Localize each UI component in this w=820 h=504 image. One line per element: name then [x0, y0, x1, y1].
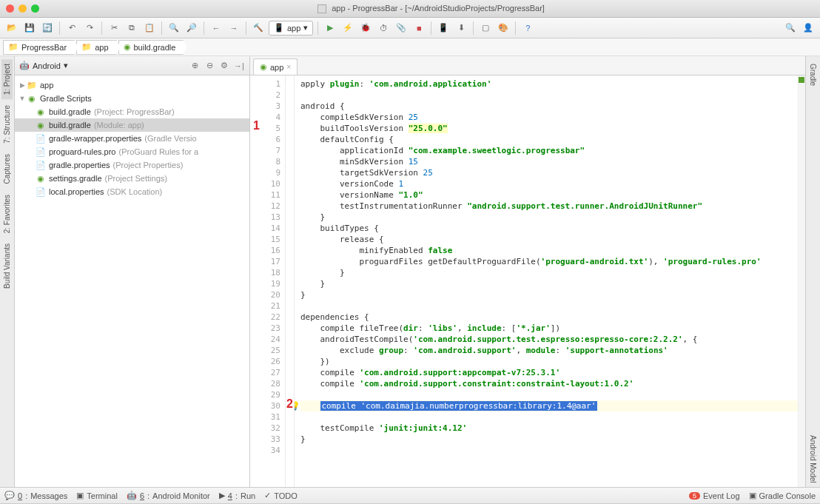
theme-icon[interactable]: 🎨 — [496, 21, 511, 36]
hide-icon[interactable]: →| — [233, 60, 245, 72]
error-stripe[interactable] — [798, 75, 805, 487]
breadcrumb-item[interactable]: 📁app — [76, 40, 116, 55]
project-tool-window: 🤖 Android ▾ ⊕ ⊖ ⚙ →| ▶📁app▼◉Gradle Scrip… — [15, 56, 250, 487]
module-icon: 📱 — [274, 23, 284, 33]
build-variants-tool-tab[interactable]: Build Variants — [1, 239, 13, 293]
analysis-ok-marker — [799, 77, 804, 83]
search-everywhere-icon[interactable]: 🔍 — [783, 21, 798, 36]
stop-icon[interactable]: ■ — [411, 21, 426, 36]
redo-icon[interactable]: ↷ — [82, 21, 97, 36]
user-icon[interactable]: 👤 — [801, 21, 816, 36]
annotation-marker-2: 2 — [286, 397, 293, 411]
favorites-tool-tab[interactable]: 2: Favorites — [1, 190, 13, 238]
layout-icon[interactable]: ▢ — [478, 21, 493, 36]
project-tool-tab[interactable]: 1: Project — [1, 59, 13, 99]
profile-icon[interactable]: ⏱ — [376, 21, 391, 36]
tree-row[interactable]: 📄proguard-rules.pro(ProGuard Rules for a — [15, 145, 249, 158]
collapse-icon[interactable]: ⊕ — [189, 60, 201, 72]
window-titlebar: app - ProgressBar - [~/AndroidStudioProj… — [0, 0, 820, 18]
bottom-tool-stripe: 💬 0: Messages ▣ Terminal 🤖 6: Android Mo… — [0, 487, 820, 503]
main-area: 1: Project 7: Structure Captures 2: Favo… — [0, 56, 820, 487]
android-model-tool-tab[interactable]: Android Model — [807, 431, 819, 487]
copy-icon[interactable]: ⧉ — [124, 21, 139, 36]
terminal-tool-tab[interactable]: ▣ Terminal — [76, 491, 118, 500]
avd-icon[interactable]: 📱 — [436, 21, 451, 36]
left-tool-stripe: 1: Project 7: Structure Captures 2: Favo… — [0, 56, 15, 487]
breadcrumb-item[interactable]: 📁ProgressBar — [3, 40, 75, 55]
event-log-tool-tab[interactable]: 5 Event Log — [689, 491, 740, 500]
close-tab-icon[interactable]: × — [286, 63, 291, 71]
save-icon[interactable]: 💾 — [22, 21, 37, 36]
breadcrumb-item[interactable]: ◉build.gradle — [118, 40, 184, 55]
tree-row[interactable]: 📄gradle-wrapper.properties(Gradle Versio — [15, 132, 249, 145]
tree-row[interactable]: ▶📁app — [15, 78, 249, 92]
todo-tool-tab[interactable]: ✓ TODO — [264, 491, 298, 500]
file-icon — [317, 4, 326, 13]
tree-row[interactable]: ◉settings.gradle(Project Settings) — [15, 172, 249, 185]
android-icon: 🤖 — [19, 61, 30, 70]
gradle-console-tool-tab[interactable]: ▣ Gradle Console — [749, 491, 816, 500]
cut-icon[interactable]: ✂ — [107, 21, 121, 36]
open-icon[interactable]: 📂 — [4, 21, 19, 36]
main-toolbar: 📂 💾 🔄 ↶ ↷ ✂ ⧉ 📋 🔍 🔎 ← → 🔨 📱 app ▾ ▶ ⚡ 🐞 … — [0, 18, 820, 38]
right-tool-stripe: Gradle Android Model — [805, 56, 820, 487]
navigation-breadcrumb: 📁ProgressBar 📁app ◉build.gradle — [0, 38, 820, 56]
tree-row[interactable]: 📄local.properties(SDK Location) — [15, 185, 249, 198]
line-number-gutter: 1234567891011121314151617181920212223242… — [250, 75, 286, 487]
attach-icon[interactable]: 📎 — [394, 21, 409, 36]
project-view-header: 🤖 Android ▾ ⊕ ⊖ ⚙ →| — [15, 56, 249, 75]
gradle-tool-tab[interactable]: Gradle — [807, 59, 819, 90]
sdk-icon[interactable]: ⬇ — [454, 21, 468, 36]
android-monitor-tool-tab[interactable]: 🤖 6: Android Monitor — [127, 491, 210, 500]
debug-icon[interactable]: 🐞 — [358, 21, 373, 36]
run-tool-tab[interactable]: ▶ 4: Run — [219, 491, 255, 500]
forward-icon[interactable]: → — [226, 21, 241, 36]
tree-row[interactable]: ◉build.gradle(Module: app) — [15, 118, 249, 132]
fold-gutter[interactable] — [286, 75, 295, 487]
build-icon[interactable]: 🔨 — [251, 21, 266, 36]
project-tree[interactable]: ▶📁app▼◉Gradle Scripts◉build.gradle(Proje… — [15, 75, 249, 487]
back-icon[interactable]: ← — [209, 21, 224, 36]
editor-tab[interactable]: ◉ app × — [253, 58, 298, 75]
run-config-combo[interactable]: 📱 app ▾ — [269, 21, 313, 36]
captures-tool-tab[interactable]: Captures — [1, 149, 13, 189]
help-icon[interactable]: ? — [520, 21, 535, 36]
window-controls — [6, 4, 39, 13]
sync-icon[interactable]: 🔄 — [40, 21, 55, 36]
find-icon[interactable]: 🔍 — [167, 21, 181, 36]
code-content[interactable]: apply plugin: 'com.android.application'a… — [295, 75, 798, 487]
editor-tabs: ◉ app × — [250, 56, 805, 75]
replace-icon[interactable]: 🔎 — [184, 21, 199, 36]
close-button[interactable] — [6, 4, 14, 13]
chevron-down-icon: ▾ — [303, 23, 308, 33]
window-title: app - ProgressBar - [~/AndroidStudioProj… — [48, 4, 814, 13]
run-icon[interactable]: ▶ — [323, 21, 337, 36]
editor-area: ◉ app × 12345678910111213141516171819202… — [250, 56, 805, 487]
project-view-selector[interactable]: 🤖 Android ▾ — [19, 61, 184, 70]
tree-row[interactable]: 📄gradle.properties(Project Properties) — [15, 158, 249, 172]
messages-tool-tab[interactable]: 💬 0: Messages — [4, 491, 67, 500]
annotation-marker-1: 1 — [253, 119, 260, 132]
tree-row[interactable]: ◉build.gradle(Project: ProgressBar) — [15, 105, 249, 118]
undo-icon[interactable]: ↶ — [64, 21, 79, 36]
paste-icon[interactable]: 📋 — [142, 21, 157, 36]
minimize-button[interactable] — [19, 4, 27, 13]
structure-tool-tab[interactable]: 7: Structure — [1, 101, 13, 148]
gradle-icon: ◉ — [260, 62, 267, 72]
tree-row[interactable]: ▼◉Gradle Scripts — [15, 92, 249, 105]
chevron-down-icon: ▾ — [64, 61, 68, 70]
maximize-button[interactable] — [31, 4, 39, 13]
settings-icon[interactable]: ⚙ — [218, 60, 230, 72]
target-icon[interactable]: ⊖ — [204, 60, 215, 72]
apply-changes-icon[interactable]: ⚡ — [340, 21, 355, 36]
code-editor[interactable]: 1234567891011121314151617181920212223242… — [250, 75, 805, 487]
